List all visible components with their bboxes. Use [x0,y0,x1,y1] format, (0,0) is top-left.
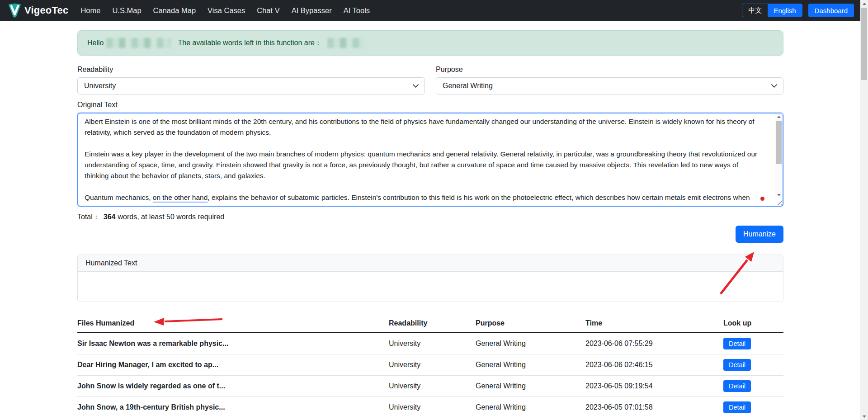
row-readability: University [389,333,476,354]
file-title: Sir Isaac Newton was a remarkable physic… [77,333,389,354]
chevron-down-icon [413,84,419,88]
table-row: Sir Isaac Newton was a remarkable physic… [77,333,783,354]
word-count-line: Total：364words, at least 50 words requir… [77,212,783,222]
files-humanized-table: Files Humanized Readability Purpose Time… [77,315,783,418]
alert-hello-text: Hello [87,39,104,47]
main-content: Hello The available words left in this f… [77,21,783,418]
lang-english-button[interactable]: English [768,4,802,17]
table-row: Dear Hiring Manager, I am excited to ap.… [77,354,783,375]
textarea-resize-grip-icon[interactable] [776,199,782,205]
purpose-selected-value: General Writing [443,82,493,90]
row-time: 2023-06-06 07:55:29 [585,333,723,354]
row-purpose: General Writing [476,375,585,396]
row-purpose: General Writing [476,354,585,375]
nav-links: Home U.S.Map Canada Map Visa Cases Chat … [75,2,376,19]
brand-name: VigeoTec [24,5,68,16]
col-header-time: Time [585,315,723,333]
textarea-scrollbar-thumb[interactable] [776,121,782,164]
file-title: John Snow, a 19th-century British physic… [77,396,389,418]
lang-chinese-button[interactable]: 中文 [742,4,768,17]
vigeotec-logo-icon [6,2,23,19]
table-row: John Snow, a 19th-century British physic… [77,396,783,418]
word-count-requirement: words, at least 50 words required [118,213,225,221]
navbar-right: 中文 English Dashboard [742,4,854,17]
col-header-look-up: Look up [723,315,783,333]
humanized-text-body [78,272,783,302]
original-text-label: Original Text [77,101,783,109]
row-time: 2023-06-06 02:46:15 [585,354,723,375]
redacted-username [106,38,170,48]
col-header-readability: Readability [389,315,476,333]
readability-selected-value: University [84,82,116,90]
row-time: 2023-06-05 09:19:54 [585,375,723,396]
file-title: Dear Hiring Manager, I am excited to ap.… [77,354,389,375]
readability-select[interactable]: University [77,77,425,94]
purpose-field: Purpose General Writing [436,66,783,94]
table-header-row: Files Humanized Readability Purpose Time… [77,315,783,333]
humanized-text-card: Humanized Text [77,255,783,302]
dashboard-button[interactable]: Dashboard [808,4,854,17]
nav-item-home[interactable]: Home [75,2,106,19]
original-text-textarea[interactable]: Albert Einstein is one of the most brill… [77,113,783,207]
humanize-button-row: Humanize [77,226,783,243]
paragraph: Quantum mechanics, on the other hand, ex… [85,192,763,206]
readability-field: Readability University [77,66,425,94]
purpose-select[interactable]: General Writing [436,77,783,94]
col-header-purpose: Purpose [476,315,585,333]
detail-button[interactable]: Detail [723,401,751,413]
nav-item-chat-v[interactable]: Chat V [251,2,285,19]
textarea-scrollbar[interactable] [775,113,783,198]
page-scrollbar-thumb[interactable] [861,8,867,80]
language-toggle: 中文 English [742,4,802,17]
original-text-content: Albert Einstein is one of the most brill… [85,116,763,206]
grammar-indicator-dot[interactable] [760,197,764,201]
row-purpose: General Writing [476,396,585,418]
nav-item-ai-bypasser[interactable]: AI Bypasser [286,2,338,19]
humanize-button[interactable]: Humanize [736,226,783,243]
options-row: Readability University Purpose General W… [77,66,783,94]
scroll-up-arrow-icon[interactable] [860,0,868,7]
word-count-value: 364 [104,213,116,221]
paragraph: Albert Einstein is one of the most brill… [85,116,763,138]
row-readability: University [389,354,476,375]
row-readability: University [389,375,476,396]
top-navbar: VigeoTec Home U.S.Map Canada Map Visa Ca… [0,0,860,21]
row-time: 2023-06-05 07:01:58 [585,396,723,418]
file-title: John Snow is widely regarded as one of t… [77,375,389,396]
nav-item-ai-tools[interactable]: AI Tools [338,2,376,19]
alert-message-text: The available words left in this functio… [178,38,321,48]
grammar-underlined-phrase: on the other hand [153,193,208,201]
scroll-down-arrow-icon[interactable] [860,413,868,420]
nav-item-us-map[interactable]: U.S.Map [106,2,147,19]
row-purpose: General Writing [476,333,585,354]
detail-button[interactable]: Detail [723,380,751,392]
nav-item-canada-map[interactable]: Canada Map [147,2,202,19]
scroll-down-arrow-icon[interactable] [775,192,783,198]
words-remaining-alert: Hello The available words left in this f… [77,30,783,56]
purpose-label: Purpose [436,66,783,74]
humanized-text-header: Humanized Text [78,255,783,272]
chevron-down-icon [771,84,777,88]
brand[interactable]: VigeoTec [6,2,68,19]
table-row: John Snow is widely regarded as one of t… [77,375,783,396]
detail-button[interactable]: Detail [723,338,751,349]
readability-label: Readability [77,66,425,74]
redacted-word-count [327,38,363,48]
page-scrollbar[interactable] [860,0,868,420]
scroll-up-arrow-icon[interactable] [775,113,783,120]
paragraph: Einstein was a key player in the develop… [85,149,763,181]
nav-item-visa-cases[interactable]: Visa Cases [202,2,251,19]
col-header-files-humanized: Files Humanized [77,315,389,333]
detail-button[interactable]: Detail [723,359,751,371]
row-readability: University [389,396,476,418]
total-label: Total： [77,213,100,221]
